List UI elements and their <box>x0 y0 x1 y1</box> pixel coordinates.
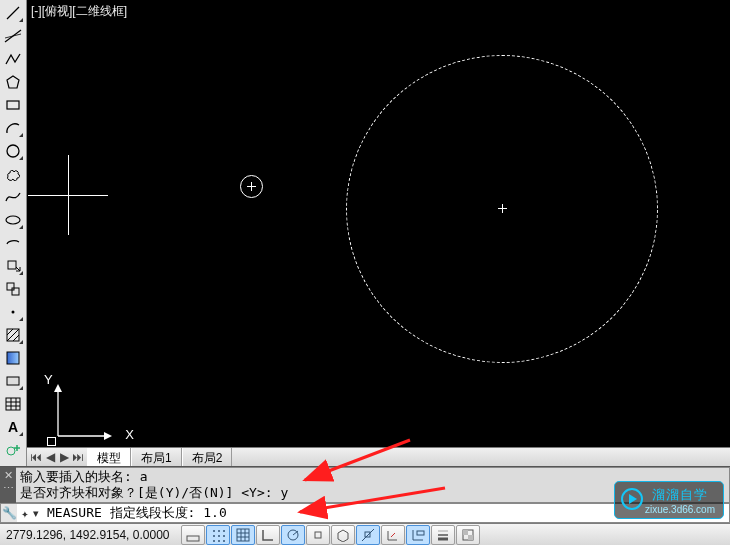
tab-prev-icon[interactable]: ◀ <box>43 449 57 465</box>
ucs-origin-box <box>47 437 56 446</box>
status-transparency[interactable] <box>456 525 480 545</box>
svg-point-30 <box>213 530 215 532</box>
svg-rect-7 <box>8 261 16 269</box>
svg-rect-56 <box>463 530 468 535</box>
tool-revision-cloud[interactable] <box>2 163 25 185</box>
svg-point-34 <box>218 535 220 537</box>
tool-circle[interactable] <box>2 140 25 162</box>
drawing-canvas[interactable]: [-][俯视][二维线框] Y X ⏮ <box>27 0 730 466</box>
layout-tabs: ⏮ ◀ ▶ ⏭ 模型 布局1 布局2 <box>27 447 730 466</box>
ucs-x-label: X <box>125 427 134 442</box>
status-grid-display[interactable] <box>231 525 255 545</box>
status-ortho[interactable] <box>256 525 280 545</box>
watermark-url: zixue.3d66.com <box>645 504 715 515</box>
main-area: A [-][俯视][二维线框] Y X <box>0 0 730 466</box>
svg-marker-3 <box>7 76 19 88</box>
svg-rect-9 <box>12 288 19 295</box>
status-bar: 2779.1296, 1492.9154, 0.0000 <box>0 523 730 545</box>
svg-rect-17 <box>6 398 20 410</box>
tool-spline[interactable] <box>2 186 25 208</box>
tab-model[interactable]: 模型 <box>87 448 131 466</box>
svg-point-5 <box>7 145 19 157</box>
svg-rect-46 <box>315 532 321 538</box>
tool-table[interactable] <box>2 393 25 415</box>
svg-rect-39 <box>237 529 249 541</box>
tool-insert-block[interactable] <box>2 255 25 277</box>
tool-addselect[interactable] <box>2 439 25 461</box>
status-dyn-input[interactable] <box>406 525 430 545</box>
tool-arc[interactable] <box>2 117 25 139</box>
status-infer[interactable] <box>181 525 205 545</box>
ucs-icon: Y X <box>52 382 118 442</box>
play-icon <box>621 488 643 510</box>
center-blip-small <box>251 186 252 187</box>
svg-line-12 <box>7 329 13 335</box>
tool-point[interactable] <box>2 301 25 323</box>
tool-line[interactable] <box>2 2 25 24</box>
svg-point-22 <box>7 447 15 455</box>
app-root: A [-][俯视][二维线框] Y X <box>0 0 730 545</box>
tab-nav: ⏮ ◀ ▶ ⏭ <box>27 448 87 466</box>
viewport-label[interactable]: [-][俯视][二维线框] <box>31 3 127 20</box>
tool-ellipse-arc[interactable] <box>2 232 25 254</box>
status-polar[interactable] <box>281 525 305 545</box>
svg-rect-57 <box>468 535 473 540</box>
svg-point-6 <box>6 216 20 224</box>
svg-point-33 <box>213 535 215 537</box>
tool-make-block[interactable] <box>2 278 25 300</box>
svg-marker-28 <box>104 432 112 440</box>
tool-region[interactable] <box>2 370 25 392</box>
status-osnap[interactable] <box>306 525 330 545</box>
svg-point-10 <box>12 311 15 314</box>
tool-ellipse[interactable] <box>2 209 25 231</box>
svg-rect-4 <box>7 101 19 109</box>
svg-rect-8 <box>7 283 14 290</box>
svg-point-38 <box>223 540 225 542</box>
center-blip-large <box>502 208 503 209</box>
svg-point-32 <box>223 530 225 532</box>
status-3dosnap[interactable] <box>331 525 355 545</box>
command-cursor-icon: ✦ <box>17 506 33 521</box>
draw-tool-palette: A <box>0 0 27 466</box>
svg-rect-48 <box>365 532 370 537</box>
coordinates-readout[interactable]: 2779.1296, 1492.9154, 0.0000 <box>0 528 180 542</box>
svg-marker-26 <box>54 384 62 392</box>
command-chevron-icon: ▾ <box>33 507 45 520</box>
tab-layout2[interactable]: 布局2 <box>182 448 233 466</box>
watermark-badge: 溜溜自学 zixue.3d66.com <box>614 481 724 519</box>
svg-rect-16 <box>7 377 19 385</box>
svg-rect-51 <box>417 531 424 535</box>
status-otrack[interactable] <box>356 525 380 545</box>
tool-gradient[interactable] <box>2 347 25 369</box>
status-lineweight[interactable] <box>431 525 455 545</box>
tab-last-icon[interactable]: ⏭ <box>71 449 85 465</box>
tool-rectangle[interactable] <box>2 94 25 116</box>
status-snap-grid[interactable] <box>206 525 230 545</box>
tab-next-icon[interactable]: ▶ <box>57 449 71 465</box>
tab-layout1[interactable]: 布局1 <box>131 448 182 466</box>
tool-hatch[interactable] <box>2 324 25 346</box>
svg-point-36 <box>213 540 215 542</box>
status-ducs[interactable] <box>381 525 405 545</box>
tool-construction-line[interactable] <box>2 25 25 47</box>
svg-line-47 <box>362 529 374 541</box>
svg-line-0 <box>7 7 19 19</box>
tab-first-icon[interactable]: ⏮ <box>29 449 43 465</box>
svg-point-31 <box>218 530 220 532</box>
svg-point-35 <box>223 535 225 537</box>
svg-line-13 <box>7 329 19 341</box>
svg-line-2 <box>5 34 21 38</box>
svg-rect-15 <box>7 352 19 364</box>
customize-icon[interactable]: 🔧 <box>1 504 17 522</box>
command-close-icon[interactable]: ✕⋯ <box>0 467 16 503</box>
tool-polyline[interactable] <box>2 48 25 70</box>
watermark-title: 溜溜自学 <box>652 486 708 504</box>
svg-rect-29 <box>187 536 199 541</box>
ucs-y-label: Y <box>44 372 53 387</box>
tool-polygon[interactable] <box>2 71 25 93</box>
svg-point-37 <box>218 540 220 542</box>
tool-text[interactable]: A <box>2 416 25 438</box>
